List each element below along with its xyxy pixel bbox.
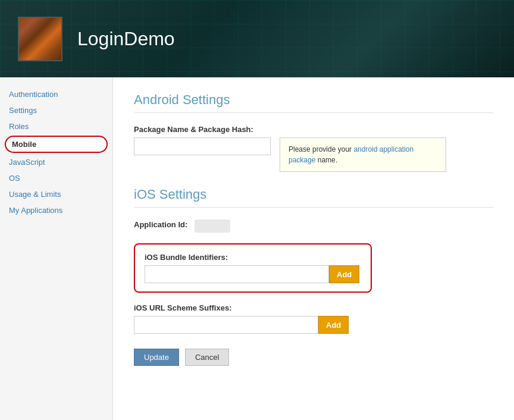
sidebar-item-javascript[interactable]: JavaScript (0, 154, 112, 170)
app-id-group: Application Id: (134, 220, 493, 233)
package-name-row: Please provide your android application … (134, 137, 493, 172)
url-scheme-group: iOS URL Scheme Suffixes: Add (134, 303, 493, 334)
package-name-tooltip: Please provide your android application … (280, 137, 446, 172)
package-name-label: Package Name & Package Hash: (134, 125, 493, 134)
update-button[interactable]: Update (134, 349, 179, 366)
app-title: LoginDemo (77, 28, 175, 50)
ios-section: iOS Settings Application Id: iOS Bundle … (134, 187, 493, 366)
add-bundle-button[interactable]: Add (329, 265, 359, 283)
cancel-button[interactable]: Cancel (185, 349, 229, 366)
tooltip-highlight: android application package (289, 145, 413, 164)
action-buttons: Update Cancel (134, 349, 493, 366)
sidebar-item-mobile[interactable]: Mobile (5, 136, 108, 153)
sidebar-item-my-applications[interactable]: My Applications (0, 202, 112, 218)
header: LoginDemo (0, 0, 514, 77)
sidebar: Authentication Settings Roles Mobile Jav… (0, 77, 113, 420)
add-url-button[interactable]: Add (318, 316, 349, 334)
app-id-label: Application Id: (134, 220, 187, 229)
android-section-title: Android Settings (134, 92, 493, 113)
app-id-value (195, 220, 230, 233)
sidebar-item-settings[interactable]: Settings (0, 102, 112, 118)
sidebar-item-os[interactable]: OS (0, 170, 112, 186)
url-scheme-input[interactable] (134, 316, 318, 334)
bundle-id-row: Add (145, 265, 361, 283)
package-name-group: Package Name & Package Hash: Please prov… (134, 125, 493, 172)
bundle-id-input[interactable] (145, 265, 329, 283)
content-area: Android Settings Package Name & Package … (113, 77, 514, 420)
package-name-input[interactable] (134, 137, 271, 155)
url-scheme-label: iOS URL Scheme Suffixes: (134, 303, 493, 312)
ios-section-title: iOS Settings (134, 187, 493, 208)
url-scheme-row: Add (134, 316, 493, 334)
sidebar-item-authentication[interactable]: Authentication (0, 86, 112, 102)
bundle-id-label: iOS Bundle Identifiers: (145, 253, 361, 262)
bundle-identifiers-section: iOS Bundle Identifiers: Add (134, 243, 372, 293)
app-logo (18, 17, 62, 61)
sidebar-item-roles[interactable]: Roles (0, 118, 112, 134)
main-layout: Authentication Settings Roles Mobile Jav… (0, 77, 514, 420)
sidebar-item-usage-limits[interactable]: Usage & Limits (0, 186, 112, 202)
